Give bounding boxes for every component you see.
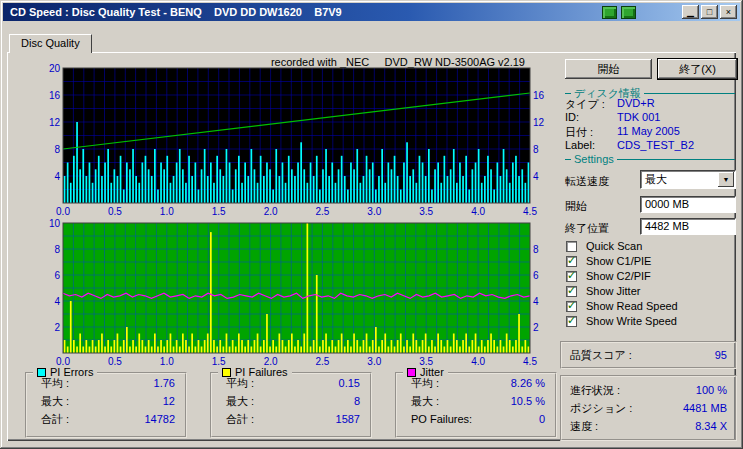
titlebar-green-icon-1[interactable] xyxy=(602,6,617,19)
disc-type-label: タイプ : xyxy=(565,97,605,112)
show-read-speed-checkbox[interactable] xyxy=(566,301,577,312)
stat-value: 1.76 xyxy=(154,374,175,392)
speed-label: 速度 : xyxy=(570,417,598,435)
exit-button[interactable]: 終了(X) xyxy=(658,59,737,79)
svg-text:0.5: 0.5 xyxy=(108,356,122,367)
stat-value: 10.5 % xyxy=(511,392,545,410)
pi-failures-title: PI Failures xyxy=(235,366,288,378)
disc-type-value: DVD+R xyxy=(617,97,655,109)
show-c1-pie-checkbox[interactable] xyxy=(566,256,577,267)
pi-errors-chart: 0.00.51.01.52.02.53.03.54.04.52016128416… xyxy=(41,64,552,217)
disc-date-value: 11 May 2005 xyxy=(617,125,680,137)
svg-text:3.0: 3.0 xyxy=(367,206,381,217)
svg-text:4: 4 xyxy=(54,296,60,307)
stat-label: PO Failures: xyxy=(411,410,472,428)
sidebar: 開始 終了(X) ディスク情報 タイプ : DVD+R ID: TDK 001 … xyxy=(560,52,737,441)
end-position-value: 4482 MB xyxy=(645,220,689,232)
svg-text:4.5: 4.5 xyxy=(523,206,537,217)
pi-errors-legend: PI Errors xyxy=(33,366,97,378)
jitter-stats-box: Jitter 平均 :8.26 % 最大 :10.5 % PO Failures… xyxy=(395,372,557,438)
checkbox-quick-scan[interactable]: Quick Scan xyxy=(566,241,737,254)
stat-row: 最大 :8 xyxy=(212,392,370,410)
window-title: CD Speed : Disc Quality Test - BENQ DVD … xyxy=(6,6,598,18)
app-window: CD Speed : Disc Quality Test - BENQ DVD … xyxy=(0,0,743,449)
pi-errors-swatch xyxy=(37,368,46,377)
svg-text:3.0: 3.0 xyxy=(367,356,381,367)
checkbox-show-c2-pif[interactable]: Show C2/PIF xyxy=(566,271,737,284)
tab-disc-quality[interactable]: Disc Quality xyxy=(9,34,92,53)
svg-text:8: 8 xyxy=(54,244,60,255)
svg-text:4: 4 xyxy=(533,296,539,307)
stat-row: 合計 :14782 xyxy=(27,410,185,428)
tab-label: Disc Quality xyxy=(21,37,80,49)
svg-text:4: 4 xyxy=(54,171,60,182)
position-row: ポジション : 4481 MB xyxy=(562,399,735,417)
pi-failures-legend: PI Failures xyxy=(218,366,292,378)
jitter-title: Jitter xyxy=(420,366,444,378)
checkbox-label: Show Read Speed xyxy=(586,300,678,312)
stat-value: 0 xyxy=(539,410,545,428)
svg-text:4: 4 xyxy=(533,171,539,182)
svg-text:12: 12 xyxy=(49,117,61,128)
progress-row: 進行状況 : 100 % xyxy=(562,381,735,399)
checkbox-label: Show Write Speed xyxy=(586,315,677,327)
svg-text:4.5: 4.5 xyxy=(523,356,537,367)
quick-scan-checkbox[interactable] xyxy=(566,241,577,252)
quality-score-label: 品質スコア : xyxy=(570,343,632,367)
checkbox-label: Show C1/PIE xyxy=(586,255,651,267)
stat-row: 最大 :10.5 % xyxy=(397,392,555,410)
svg-text:16: 16 xyxy=(533,90,545,101)
checkbox-label: Show C2/PIF xyxy=(586,270,651,282)
transfer-speed-dropdown[interactable]: 最大 ▼ xyxy=(640,170,736,189)
quality-score-box: 品質スコア : 95 xyxy=(560,341,737,369)
stat-row: PO Failures:0 xyxy=(397,410,555,428)
status-box: 進行状況 : 100 % ポジション : 4481 MB 速度 : 8.34 X xyxy=(560,375,737,441)
close-button[interactable]: × xyxy=(720,5,737,19)
pi-errors-title: PI Errors xyxy=(50,366,93,378)
svg-text:6: 6 xyxy=(54,270,60,281)
stat-value: 8.26 % xyxy=(511,374,545,392)
checkbox-show-c1-pie[interactable]: Show C1/PIE xyxy=(566,256,737,269)
svg-text:12: 12 xyxy=(533,117,545,128)
checkbox-show-read-speed[interactable]: Show Read Speed xyxy=(566,301,737,314)
stat-value: 12 xyxy=(163,392,175,410)
stat-label: 最大 : xyxy=(226,392,254,410)
disc-type-row: タイプ : DVD+R xyxy=(565,97,735,110)
jitter-legend: Jitter xyxy=(403,366,448,378)
titlebar[interactable]: CD Speed : Disc Quality Test - BENQ DVD … xyxy=(3,3,740,21)
show-c2-pif-checkbox[interactable] xyxy=(566,271,577,282)
svg-text:8: 8 xyxy=(54,144,60,155)
stat-row: 最大 :12 xyxy=(27,392,185,410)
minimize-button[interactable]: ▁ xyxy=(682,5,699,19)
end-position-field[interactable]: 4482 MB xyxy=(640,218,736,235)
svg-text:2.5: 2.5 xyxy=(315,206,329,217)
pi-errors-stats-box: PI Errors 平均 :1.76 最大 :12 合計 :14782 xyxy=(25,372,187,438)
show-jitter-checkbox[interactable] xyxy=(566,286,577,297)
checkbox-show-jitter[interactable]: Show Jitter xyxy=(566,286,737,299)
show-write-speed-checkbox[interactable] xyxy=(566,316,577,327)
speed-value: 8.34 X xyxy=(695,417,727,435)
checkbox-label: Quick Scan xyxy=(586,240,642,252)
maximize-button[interactable]: □ xyxy=(701,5,718,19)
jitter-swatch xyxy=(407,368,416,377)
disc-quality-panel: recorded with _NEC DVD_RW ND-3500AG v2.1… xyxy=(7,52,736,441)
svg-text:4.0: 4.0 xyxy=(471,356,485,367)
start-button[interactable]: 開始 xyxy=(565,59,652,79)
svg-text:2: 2 xyxy=(54,322,60,333)
svg-text:0.0: 0.0 xyxy=(56,206,70,217)
svg-text:8: 8 xyxy=(533,244,539,255)
titlebar-green-icon-2[interactable] xyxy=(621,6,636,19)
stat-label: 最大 : xyxy=(411,392,439,410)
disc-id-value: TDK 001 xyxy=(617,111,660,123)
position-value: 4481 MB xyxy=(683,399,727,417)
start-position-value: 0000 MB xyxy=(645,198,689,210)
svg-text:20: 20 xyxy=(49,64,61,74)
chevron-down-icon[interactable]: ▼ xyxy=(718,172,734,187)
checkbox-show-write-speed[interactable]: Show Write Speed xyxy=(566,316,737,329)
svg-text:1.5: 1.5 xyxy=(212,206,226,217)
start-position-field[interactable]: 0000 MB xyxy=(640,196,736,213)
svg-text:10: 10 xyxy=(49,219,61,229)
svg-text:1.0: 1.0 xyxy=(160,206,174,217)
pi-failures-chart: 0.00.51.01.52.02.53.03.54.04.51086428642 xyxy=(41,219,552,367)
svg-text:0.5: 0.5 xyxy=(108,206,122,217)
